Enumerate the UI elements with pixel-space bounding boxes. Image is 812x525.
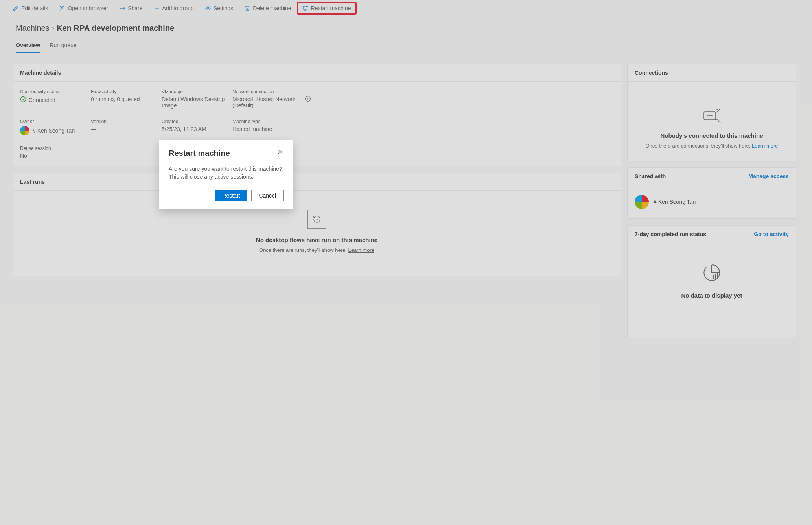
add-to-group-button[interactable]: Add to group xyxy=(149,3,199,14)
network-connection-value: Microsoft Hosted Network (Default) xyxy=(232,96,302,109)
version-label: Version xyxy=(91,119,162,124)
machine-details-header: Machine details xyxy=(13,64,621,82)
share-label: Share xyxy=(128,5,142,11)
svg-point-8 xyxy=(711,115,712,116)
manage-access-link[interactable]: Manage access xyxy=(748,173,789,179)
chevron-right-icon: › xyxy=(52,24,55,33)
run-status-card: 7-day completed run status Go to activit… xyxy=(627,225,796,338)
created-label: Created xyxy=(162,119,232,124)
go-to-activity-link[interactable]: Go to activity xyxy=(754,231,789,237)
svg-rect-10 xyxy=(715,274,716,279)
page-title: Ken RPA development machine xyxy=(57,24,174,33)
run-status-empty: No data to display yet xyxy=(628,292,796,299)
svg-point-7 xyxy=(709,115,710,116)
tab-list: Overview Run queue xyxy=(0,33,812,53)
plug-icon xyxy=(700,105,724,124)
vm-image-label: VM image xyxy=(162,89,232,94)
svg-rect-11 xyxy=(717,272,718,279)
created-value: 5/25/23, 11:23 AM xyxy=(162,126,232,132)
settings-button[interactable]: Settings xyxy=(200,3,238,14)
svg-point-3 xyxy=(21,97,26,102)
owner-value: # Ken Seong Tan xyxy=(33,128,75,134)
settings-label: Settings xyxy=(214,5,234,11)
delete-machine-label: Delete machine xyxy=(253,5,291,11)
connections-learn-more-link[interactable]: Learn more xyxy=(752,143,778,149)
run-status-header: 7-day completed run status xyxy=(635,231,706,237)
restart-icon xyxy=(302,5,309,11)
flow-activity-value: 0 running, 0 queued xyxy=(91,96,162,102)
owner-label: Owner xyxy=(20,119,91,124)
dialog-body-text: Are you sure you want to restart this ma… xyxy=(169,165,284,181)
breadcrumb-root[interactable]: Machines xyxy=(16,24,50,33)
add-to-group-label: Add to group xyxy=(162,5,194,11)
last-runs-empty-text: Once there are runs, they'll show here. xyxy=(259,247,348,253)
connections-empty-text: Once there are connections, they'll show… xyxy=(645,143,752,149)
gear-icon xyxy=(205,5,211,11)
svg-point-6 xyxy=(707,115,708,116)
plus-icon xyxy=(154,5,160,11)
last-runs-empty-title: No desktop flows have run on this machin… xyxy=(256,237,377,243)
connections-card: Connections Nobody's connected to this m… xyxy=(627,64,796,161)
connectivity-status-label: Connectivity status xyxy=(20,89,91,94)
close-icon[interactable] xyxy=(277,149,284,155)
machine-type-value: Hosted machine xyxy=(232,126,311,132)
trash-icon xyxy=(244,5,250,11)
network-connection-label: Network connection xyxy=(232,89,302,94)
tab-overview[interactable]: Overview xyxy=(16,42,40,53)
reuse-session-label: Reuse session xyxy=(20,146,91,151)
restart-machine-label: Restart machine xyxy=(311,5,351,11)
version-value: — xyxy=(91,126,162,132)
shared-with-card: Shared with Manage access # Ken Seong Ta… xyxy=(627,167,796,219)
avatar xyxy=(20,126,29,135)
edit-details-label: Edit details xyxy=(21,5,48,11)
tab-run-queue[interactable]: Run queue xyxy=(50,42,77,53)
svg-rect-9 xyxy=(713,275,714,279)
cancel-button[interactable]: Cancel xyxy=(251,190,284,201)
reuse-session-value: No xyxy=(20,153,91,159)
machine-details-card: Machine details Connectivity status Conn… xyxy=(13,64,621,166)
dialog-title: Restart machine xyxy=(169,149,230,158)
pencil-icon xyxy=(13,5,19,11)
info-icon[interactable] xyxy=(305,96,311,102)
shared-with-header: Shared with xyxy=(635,173,666,179)
svg-point-2 xyxy=(306,6,308,7)
flow-activity-label: Flow activity xyxy=(91,89,162,94)
connectivity-status-value: Connected xyxy=(29,97,55,103)
shared-user-row: # Ken Seong Tan xyxy=(635,192,789,211)
restart-confirm-button[interactable]: Restart xyxy=(215,190,247,201)
pie-chart-icon xyxy=(702,263,722,283)
share-icon xyxy=(119,5,125,11)
history-icon xyxy=(307,210,326,229)
open-in-browser-button[interactable]: Open in browser xyxy=(54,3,113,14)
connections-header: Connections xyxy=(628,64,796,82)
shared-user-name: # Ken Seong Tan xyxy=(654,199,696,205)
avatar xyxy=(635,195,649,209)
last-runs-learn-more-link[interactable]: Learn more xyxy=(348,247,374,253)
svg-point-0 xyxy=(207,7,209,9)
delete-machine-button[interactable]: Delete machine xyxy=(239,3,296,14)
check-circle-icon xyxy=(20,96,26,104)
open-in-browser-label: Open in browser xyxy=(68,5,108,11)
command-bar: Edit details Open in browser Share Add t… xyxy=(0,0,812,17)
connections-empty-title: Nobody's connected to this machine xyxy=(635,132,789,139)
machine-type-label: Machine type xyxy=(232,119,311,124)
share-button[interactable]: Share xyxy=(114,3,147,14)
open-browser-icon xyxy=(59,5,65,11)
last-runs-card: Last runs No desktop flows have run on t… xyxy=(13,173,621,276)
breadcrumb: Machines › Ken RPA development machine xyxy=(0,17,812,33)
restart-machine-dialog: Restart machine Are you sure you want to… xyxy=(159,140,293,209)
vm-image-value: Default Windows Desktop Image xyxy=(162,96,232,109)
last-runs-header: Last runs xyxy=(13,173,621,191)
edit-details-button[interactable]: Edit details xyxy=(8,3,53,14)
restart-machine-button[interactable]: Restart machine xyxy=(298,3,356,14)
